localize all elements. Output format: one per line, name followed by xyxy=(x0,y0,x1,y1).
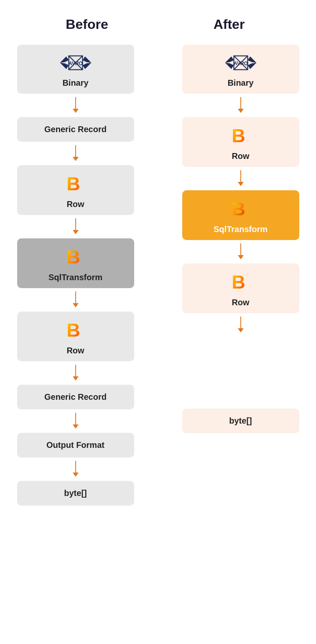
beam-logo-row2-before-icon: B xyxy=(65,319,87,342)
arrow-5-before xyxy=(73,365,79,381)
avro-logo-before-icon: AVRO ™ xyxy=(57,52,94,75)
arrow-3-before xyxy=(73,218,79,235)
avro-binary-before-card: AVRO ™ Binary xyxy=(17,45,134,94)
beam-logo-row-before-icon: B xyxy=(65,173,87,196)
arrow-1-after xyxy=(238,97,244,114)
svg-text:AVRO: AVRO xyxy=(69,61,83,66)
arrow-head xyxy=(238,255,244,259)
after-heading: After xyxy=(171,17,288,32)
arrow-head xyxy=(238,109,244,113)
beam-logo-sql-after-icon: B xyxy=(230,198,252,221)
arrow-4-before xyxy=(73,291,79,308)
arrow-7-before xyxy=(73,461,79,478)
generic-record-before-card: Generic Record xyxy=(17,117,134,142)
row2-after-card: B Row xyxy=(182,263,299,313)
arrow-4-after xyxy=(238,317,244,333)
arrow-head xyxy=(73,157,79,161)
arrow-head xyxy=(73,230,79,234)
svg-text:B: B xyxy=(232,271,245,293)
svg-text:B: B xyxy=(66,319,80,341)
arrow-line xyxy=(75,291,76,303)
beam-logo-row2-after-icon: B xyxy=(230,271,252,294)
row2-before-card: B Row xyxy=(17,312,134,361)
arrow-2-before xyxy=(73,145,79,162)
output-format-before-label: Output Format xyxy=(46,440,104,450)
svg-text:B: B xyxy=(232,198,245,220)
svg-text:AVRO: AVRO xyxy=(234,61,248,66)
arrow-line xyxy=(75,461,76,473)
arrow-head xyxy=(73,303,79,307)
arrow-line xyxy=(75,97,76,109)
after-column: AVRO ™ Binary xyxy=(181,45,300,433)
generic-record2-before-label: Generic Record xyxy=(44,392,107,402)
avro-binary-after-label: Binary xyxy=(227,78,253,88)
svg-text:™: ™ xyxy=(84,57,87,59)
arrow-line xyxy=(75,145,76,157)
svg-text:B: B xyxy=(66,246,80,268)
sqltransform-after-card: B SqlTransform xyxy=(182,190,299,240)
beam-logo-sql-before-icon: B xyxy=(65,246,87,269)
arrow-head xyxy=(73,109,79,113)
output-format-before-card: Output Format xyxy=(17,433,134,457)
row2-before-label: Row xyxy=(66,346,84,355)
columns-container: AVRO ™ Binary Generic Record xyxy=(16,45,300,506)
row-before-label: Row xyxy=(66,199,84,209)
arrow-head xyxy=(73,473,79,477)
svg-text:B: B xyxy=(232,125,245,146)
row2-after-label: Row xyxy=(232,298,249,307)
row-after-label: Row xyxy=(232,151,249,161)
arrow-head xyxy=(238,182,244,186)
arrow-line xyxy=(240,243,241,255)
sqltransform-after-label: SqlTransform xyxy=(214,225,268,234)
arrow-3-after xyxy=(238,243,244,260)
svg-text:B: B xyxy=(66,173,80,194)
arrow-head xyxy=(73,376,79,381)
arrow-head xyxy=(73,424,79,429)
generic-record-before-label: Generic Record xyxy=(44,125,107,134)
arrow-line xyxy=(75,218,76,230)
sqltransform-before-label: SqlTransform xyxy=(48,273,102,282)
beam-logo-row-after-icon: B xyxy=(230,125,252,148)
columns-header: Before After xyxy=(16,17,300,32)
byte-before-label: byte[] xyxy=(64,488,87,498)
byte-after-card: byte[] xyxy=(182,409,299,433)
arrow-line xyxy=(240,170,241,182)
arrow-line xyxy=(75,413,76,424)
sqltransform-before-card: B SqlTransform xyxy=(17,238,134,288)
arrow-6-before xyxy=(73,413,79,429)
arrow-line xyxy=(240,97,241,109)
before-heading: Before xyxy=(28,17,145,32)
generic-record2-before-card: Generic Record xyxy=(17,385,134,409)
svg-text:™: ™ xyxy=(250,57,252,59)
row-after-card: B Row xyxy=(182,117,299,167)
arrow-line xyxy=(240,317,241,328)
avro-binary-after-card: AVRO ™ Binary xyxy=(182,45,299,94)
byte-before-card: byte[] xyxy=(17,481,134,506)
arrow-2-after xyxy=(238,170,244,187)
arrow-head xyxy=(238,328,244,332)
row-before-card: B Row xyxy=(17,165,134,215)
avro-logo-after-icon: AVRO ™ xyxy=(222,52,260,75)
arrow-1-before xyxy=(73,97,79,114)
before-column: AVRO ™ Binary Generic Record xyxy=(16,45,135,506)
arrow-line xyxy=(75,365,76,376)
avro-binary-before-label: Binary xyxy=(62,78,88,88)
byte-after-label: byte[] xyxy=(229,416,252,426)
